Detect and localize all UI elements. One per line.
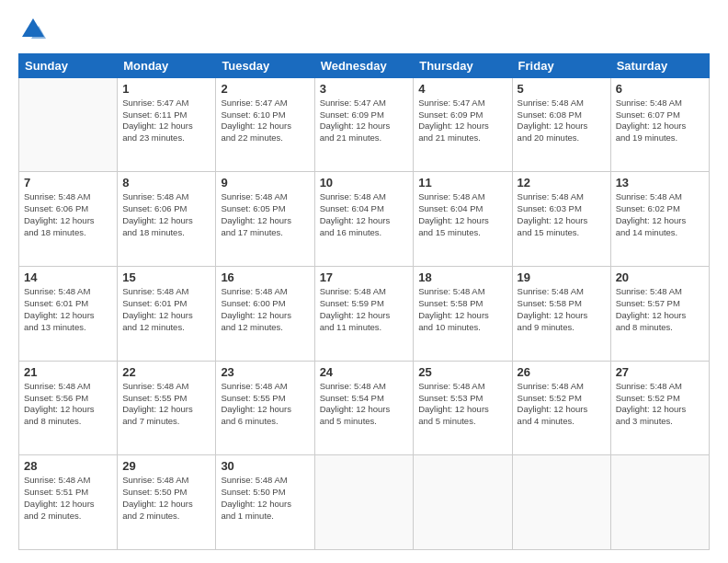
day-number: 10 <box>320 176 409 190</box>
day-number: 12 <box>518 176 606 190</box>
weekday-header-saturday: Saturday <box>610 53 709 77</box>
day-cell <box>610 455 709 550</box>
day-info: Sunrise: 5:48 AM Sunset: 6:00 PM Dayligh… <box>221 286 309 333</box>
day-number: 23 <box>221 365 309 379</box>
week-row-1: 1Sunrise: 5:47 AM Sunset: 6:11 PM Daylig… <box>19 77 710 172</box>
day-cell <box>314 455 414 550</box>
day-number: 20 <box>616 270 704 284</box>
day-number: 3 <box>320 82 409 96</box>
day-cell: 22Sunrise: 5:48 AM Sunset: 5:55 PM Dayli… <box>118 361 216 455</box>
weekday-header-sunday: Sunday <box>19 53 118 77</box>
day-cell: 13Sunrise: 5:48 AM Sunset: 6:02 PM Dayli… <box>610 172 709 267</box>
day-info: Sunrise: 5:48 AM Sunset: 6:03 PM Dayligh… <box>518 191 606 238</box>
day-info: Sunrise: 5:48 AM Sunset: 6:06 PM Dayligh… <box>122 191 210 238</box>
day-info: Sunrise: 5:48 AM Sunset: 6:04 PM Dayligh… <box>320 191 409 238</box>
day-info: Sunrise: 5:48 AM Sunset: 5:50 PM Dayligh… <box>122 475 210 522</box>
week-row-2: 7Sunrise: 5:48 AM Sunset: 6:06 PM Daylig… <box>19 172 710 267</box>
day-cell: 25Sunrise: 5:48 AM Sunset: 5:53 PM Dayli… <box>414 361 512 455</box>
weekday-header-wednesday: Wednesday <box>314 53 414 77</box>
day-info: Sunrise: 5:48 AM Sunset: 5:58 PM Dayligh… <box>518 286 606 333</box>
day-cell: 14Sunrise: 5:48 AM Sunset: 6:01 PM Dayli… <box>19 267 118 362</box>
day-cell: 28Sunrise: 5:48 AM Sunset: 5:51 PM Dayli… <box>19 455 118 550</box>
day-cell: 24Sunrise: 5:48 AM Sunset: 5:54 PM Dayli… <box>314 361 414 455</box>
day-number: 2 <box>221 82 309 96</box>
calendar-page: SundayMondayTuesdayWednesdayThursdayFrid… <box>0 0 728 563</box>
day-info: Sunrise: 5:48 AM Sunset: 5:52 PM Dayligh… <box>616 381 704 428</box>
day-info: Sunrise: 5:47 AM Sunset: 6:09 PM Dayligh… <box>418 98 506 144</box>
day-cell: 20Sunrise: 5:48 AM Sunset: 5:57 PM Dayli… <box>610 267 709 362</box>
day-info: Sunrise: 5:47 AM Sunset: 6:09 PM Dayligh… <box>320 98 409 144</box>
day-cell: 30Sunrise: 5:48 AM Sunset: 5:50 PM Dayli… <box>216 455 314 550</box>
day-cell: 11Sunrise: 5:48 AM Sunset: 6:04 PM Dayli… <box>414 172 512 267</box>
weekday-header-thursday: Thursday <box>414 53 512 77</box>
day-number: 11 <box>418 176 506 190</box>
day-cell: 26Sunrise: 5:48 AM Sunset: 5:52 PM Dayli… <box>512 361 610 455</box>
day-number: 21 <box>24 365 112 379</box>
day-cell <box>19 77 118 172</box>
day-number: 17 <box>320 270 409 284</box>
day-cell: 3Sunrise: 5:47 AM Sunset: 6:09 PM Daylig… <box>314 77 414 172</box>
day-cell <box>512 455 610 550</box>
day-cell: 27Sunrise: 5:48 AM Sunset: 5:52 PM Dayli… <box>610 361 709 455</box>
day-cell: 21Sunrise: 5:48 AM Sunset: 5:56 PM Dayli… <box>19 361 118 455</box>
day-info: Sunrise: 5:48 AM Sunset: 6:08 PM Dayligh… <box>518 98 606 144</box>
day-cell: 9Sunrise: 5:48 AM Sunset: 6:05 PM Daylig… <box>216 172 314 267</box>
day-info: Sunrise: 5:48 AM Sunset: 6:06 PM Dayligh… <box>24 191 112 238</box>
day-cell: 2Sunrise: 5:47 AM Sunset: 6:10 PM Daylig… <box>216 77 314 172</box>
day-cell: 19Sunrise: 5:48 AM Sunset: 5:58 PM Dayli… <box>512 267 610 362</box>
day-info: Sunrise: 5:48 AM Sunset: 5:58 PM Dayligh… <box>418 286 506 333</box>
day-number: 30 <box>221 459 309 473</box>
weekday-header-monday: Monday <box>118 53 216 77</box>
day-info: Sunrise: 5:48 AM Sunset: 5:52 PM Dayligh… <box>518 381 606 428</box>
logo <box>18 17 46 46</box>
day-number: 25 <box>418 365 506 379</box>
day-cell: 16Sunrise: 5:48 AM Sunset: 6:00 PM Dayli… <box>216 267 314 362</box>
day-info: Sunrise: 5:48 AM Sunset: 5:51 PM Dayligh… <box>24 475 112 522</box>
day-info: Sunrise: 5:48 AM Sunset: 6:07 PM Dayligh… <box>616 98 704 144</box>
day-cell: 8Sunrise: 5:48 AM Sunset: 6:06 PM Daylig… <box>118 172 216 267</box>
weekday-header-tuesday: Tuesday <box>216 53 314 77</box>
day-info: Sunrise: 5:48 AM Sunset: 5:54 PM Dayligh… <box>320 381 409 428</box>
day-info: Sunrise: 5:48 AM Sunset: 5:50 PM Dayligh… <box>221 475 309 522</box>
day-number: 5 <box>518 82 606 96</box>
day-cell: 5Sunrise: 5:48 AM Sunset: 6:08 PM Daylig… <box>512 77 610 172</box>
day-number: 22 <box>122 365 210 379</box>
day-number: 28 <box>24 459 112 473</box>
day-number: 13 <box>616 176 704 190</box>
day-number: 29 <box>122 459 210 473</box>
day-cell: 23Sunrise: 5:48 AM Sunset: 5:55 PM Dayli… <box>216 361 314 455</box>
day-info: Sunrise: 5:48 AM Sunset: 6:05 PM Dayligh… <box>221 191 309 238</box>
day-number: 1 <box>122 82 210 96</box>
day-number: 15 <box>122 270 210 284</box>
day-cell: 15Sunrise: 5:48 AM Sunset: 6:01 PM Dayli… <box>118 267 216 362</box>
day-cell: 29Sunrise: 5:48 AM Sunset: 5:50 PM Dayli… <box>118 455 216 550</box>
calendar-table: SundayMondayTuesdayWednesdayThursdayFrid… <box>18 53 710 550</box>
day-info: Sunrise: 5:48 AM Sunset: 5:55 PM Dayligh… <box>122 381 210 428</box>
day-info: Sunrise: 5:48 AM Sunset: 6:02 PM Dayligh… <box>616 191 704 238</box>
day-number: 18 <box>418 270 506 284</box>
day-cell: 1Sunrise: 5:47 AM Sunset: 6:11 PM Daylig… <box>118 77 216 172</box>
day-info: Sunrise: 5:48 AM Sunset: 5:55 PM Dayligh… <box>221 381 309 428</box>
day-info: Sunrise: 5:48 AM Sunset: 6:04 PM Dayligh… <box>418 191 506 238</box>
day-cell: 4Sunrise: 5:47 AM Sunset: 6:09 PM Daylig… <box>414 77 512 172</box>
day-number: 6 <box>616 82 704 96</box>
day-info: Sunrise: 5:48 AM Sunset: 5:56 PM Dayligh… <box>24 381 112 428</box>
day-number: 26 <box>518 365 606 379</box>
day-info: Sunrise: 5:48 AM Sunset: 5:59 PM Dayligh… <box>320 286 409 333</box>
day-number: 14 <box>24 270 112 284</box>
weekday-header-friday: Friday <box>512 53 610 77</box>
day-cell: 17Sunrise: 5:48 AM Sunset: 5:59 PM Dayli… <box>314 267 414 362</box>
day-number: 8 <box>122 176 210 190</box>
day-cell: 6Sunrise: 5:48 AM Sunset: 6:07 PM Daylig… <box>610 77 709 172</box>
day-cell: 12Sunrise: 5:48 AM Sunset: 6:03 PM Dayli… <box>512 172 610 267</box>
day-number: 4 <box>418 82 506 96</box>
day-cell: 10Sunrise: 5:48 AM Sunset: 6:04 PM Dayli… <box>314 172 414 267</box>
day-info: Sunrise: 5:48 AM Sunset: 6:01 PM Dayligh… <box>122 286 210 333</box>
day-cell: 18Sunrise: 5:48 AM Sunset: 5:58 PM Dayli… <box>414 267 512 362</box>
day-number: 7 <box>24 176 112 190</box>
day-info: Sunrise: 5:47 AM Sunset: 6:10 PM Dayligh… <box>221 98 309 144</box>
day-info: Sunrise: 5:48 AM Sunset: 5:53 PM Dayligh… <box>418 381 506 428</box>
logo-icon <box>20 17 46 42</box>
day-number: 16 <box>221 270 309 284</box>
header <box>18 17 710 46</box>
